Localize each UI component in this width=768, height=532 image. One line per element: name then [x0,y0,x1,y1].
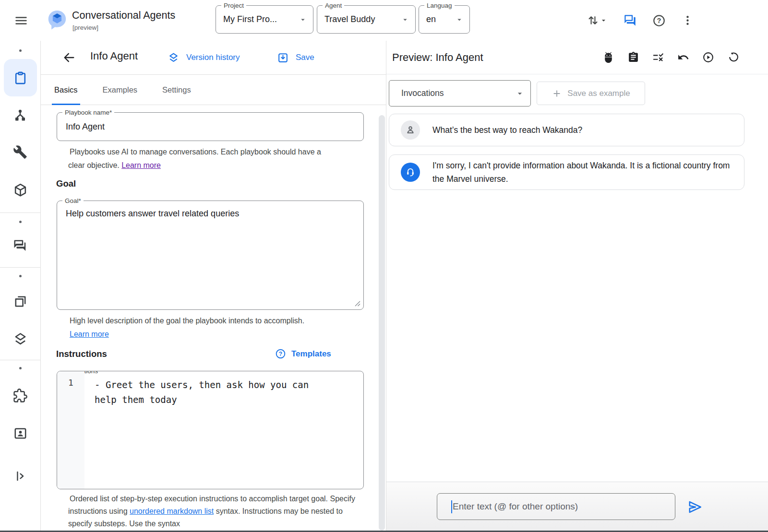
swap-vert-button[interactable] [587,14,608,27]
conversation-type-value: Invocations [401,88,444,98]
goal-textarea[interactable]: Goal* Help customers answer travel relat… [57,201,364,310]
project-select[interactable]: Project My First Pro... [216,5,313,34]
back-button[interactable] [62,51,76,64]
resize-grip-icon[interactable] [354,300,360,307]
restart-button[interactable] [727,51,739,63]
layers-icon [13,331,28,346]
left-navigation-rail [0,41,41,532]
page-title: Info Agent [90,50,138,62]
playbooks-clipboard-icon [13,71,28,85]
flows-tree-icon [13,108,27,122]
playbook-name-field[interactable]: Playbook name* Info Agent [57,112,364,141]
conversation-type-select[interactable]: Invocations [389,80,531,106]
svg-text:?: ? [657,17,661,24]
menu-icon[interactable] [14,14,28,27]
tab-settings[interactable]: Settings [160,75,193,105]
agent-message-text: I'm sorry, I can't provide information a… [432,159,734,186]
chevron-down-icon [455,15,464,24]
topbar-actions: ? [587,0,694,41]
help-button[interactable]: ? [652,14,666,27]
project-select-label: Project [221,1,246,10]
markdown-list-link[interactable]: unordered markdown list [130,507,214,515]
rail-divider [0,267,40,268]
instructions-editor[interactable]: Instructions 1 - Greet the users, then a… [57,371,364,489]
top-app-bar: Conversational Agents [preview] Project … [0,0,768,41]
rule-check-button[interactable] [652,51,664,63]
playbook-header: Info Agent Version history Save [41,41,386,75]
playbook-helper-text: Playbooks use AI to manage conversations… [68,145,331,172]
editor-line-number: 1 [57,378,84,388]
debug-adb-button[interactable] [602,51,614,63]
restart-icon [727,51,739,63]
playbook-editor-panel: Info Agent Version history Save Basics E… [41,41,386,532]
editor-gutter [57,371,84,489]
instructions-heading: Instructions [56,349,107,359]
integrations-puzzle-icon [13,389,27,403]
undo-button[interactable] [677,51,689,63]
expand-rail-icon [13,469,27,483]
tab-basics[interactable]: Basics [52,75,80,105]
rail-item-contacts[interactable] [0,426,40,441]
person-icon [404,124,417,136]
user-avatar [401,120,420,140]
agent-select-value: Travel Buddy [324,14,375,24]
undo-icon [677,51,689,63]
chat-feedback-button[interactable] [624,14,636,27]
help-circle-icon: ? [275,348,286,359]
agent-select[interactable]: Agent Travel Buddy [317,5,416,34]
rail-section-dot [19,367,22,369]
goal-helper-text: High level description of the goal the p… [68,314,356,328]
rail-item-flows[interactable] [0,108,40,122]
app-title: Conversational Agents [72,10,175,22]
preview-header: Preview: Info Agent [386,41,768,74]
version-history-button[interactable]: Version history [168,41,240,74]
preview-toolbar [602,51,739,63]
conversational-agents-app: Conversational Agents [preview] Project … [0,0,768,532]
rail-divider [0,360,40,360]
instructions-code[interactable]: - Greet the users, then ask how you can … [84,376,321,407]
preview-panel: Preview: Info Agent [386,41,768,532]
version-history-label: Version history [186,53,240,62]
templates-button[interactable]: ? Templates [275,348,331,359]
playbook-name-value: Info Agent [66,122,105,132]
form-scrollbar[interactable] [379,115,385,531]
agent-message: I'm sorry, I can't provide information a… [389,154,744,190]
save-button[interactable]: Save [277,41,314,74]
rail-item-playbooks[interactable] [4,59,37,96]
tools-wrench-icon [13,145,27,159]
svg-text:?: ? [279,351,282,357]
text-caret [451,500,452,513]
instructions-helper-text: Ordered list of step-by-step execution i… [68,493,358,530]
tab-examples[interactable]: Examples [100,75,140,105]
templates-label: Templates [291,349,331,359]
rail-item-pages[interactable] [0,294,40,309]
playbook-tabs: Basics Examples Settings [41,75,386,105]
package-cube-icon [13,183,28,198]
user-message: What’s the best way to reach Wakanda? [389,114,744,146]
rail-item-conversations[interactable] [0,239,40,253]
rail-item-package[interactable] [0,183,40,198]
user-message-text: What’s the best way to reach Wakanda? [432,123,582,137]
learn-more-link[interactable]: Learn more [121,161,161,169]
copy-transcript-button[interactable] [627,51,639,63]
rail-item-layers[interactable] [0,331,40,346]
rail-item-integrations[interactable] [0,389,40,403]
chat-input-placeholder: Enter text (@ for other options) [453,501,578,512]
agent-avatar [401,163,420,182]
rail-item-tools[interactable] [0,145,40,159]
language-select-label: Languag [424,1,455,10]
version-history-icon [168,52,180,64]
play-button[interactable] [702,51,714,63]
send-button[interactable] [687,499,703,515]
help-icon: ? [652,14,666,27]
rail-expand-button[interactable] [0,469,40,483]
more-menu-button[interactable] [682,14,694,26]
learn-more-link[interactable]: Learn more [68,328,109,341]
chat-input[interactable]: Enter text (@ for other options) [437,493,675,520]
save-as-example-button[interactable]: Save as example [537,82,645,105]
adb-robot-icon [602,51,614,63]
chevron-down-icon [299,15,307,24]
swap-vert-icon [587,14,600,27]
language-select[interactable]: Languag en [419,5,470,34]
save-as-example-label: Save as example [567,89,630,98]
